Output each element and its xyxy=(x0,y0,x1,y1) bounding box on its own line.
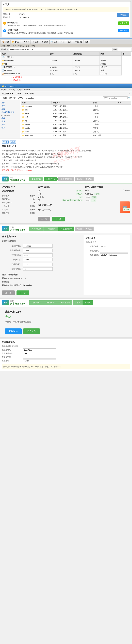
toolbar-new-folder-btn[interactable]: 新建文件夹 xyxy=(24,92,35,95)
find-button[interactable]: 🔍 查找 xyxy=(50,40,59,44)
step5-bar[interactable]: 5 完成 xyxy=(84,177,94,181)
rar-file-row[interactable]: 📄LICENSE 10.01 KB 3.72 KB 文件 xyxy=(1,69,131,72)
exp-menu-organize[interactable]: 组织(E) xyxy=(1,88,7,91)
explorer-file-row[interactable]: 📁 LKT 2018/10/19 星期... 文件夹 xyxy=(21,116,131,119)
rar-file-row[interactable]: 📁app 文件夹 xyxy=(1,62,131,66)
sidebar-desktop[interactable]: 桌面 xyxy=(1,101,19,104)
search-icon[interactable]: 🔍 xyxy=(128,97,130,99)
test-button[interactable]: ✔ 测试 xyxy=(22,40,31,44)
menu-file[interactable]: 文件 xyxy=(2,44,5,47)
col-size[interactable]: 大小 xyxy=(49,52,72,56)
explorer-file-row[interactable]: 📁 index.php 2018/10/19 星期... PHP 文件 1 ..… xyxy=(21,134,131,137)
toolbar-share-btn[interactable]: 共享 ▾ xyxy=(15,92,22,95)
db-prefix-input[interactable] xyxy=(23,267,53,271)
sidebar-recent[interactable]: 最近 xyxy=(1,107,19,110)
config-dbuser-input[interactable] xyxy=(23,352,56,355)
exp-col-size[interactable]: 大小 xyxy=(116,101,131,104)
menu-tools[interactable]: 工具 xyxy=(13,44,16,47)
db-pass-input[interactable] xyxy=(23,254,53,257)
s2-step1-bar[interactable]: 1 安装协议 xyxy=(29,226,44,231)
setup-button[interactable]: 立即配置 xyxy=(118,22,129,25)
prev-button-step1[interactable]: 上一步 xyxy=(38,217,50,222)
archive-path-input[interactable] xyxy=(9,48,113,51)
explorer-file-row[interactable]: 📁 mojavi 2018/10/19 星期... 文件夹 xyxy=(21,123,131,126)
exp-menu-view[interactable]: 查看(V) xyxy=(9,88,15,91)
toolbar-library-btn[interactable]: 包含到库中 ▾ xyxy=(1,92,14,95)
rar-file-row[interactable]: 📄..上级目录.. xyxy=(1,56,131,59)
comment-button[interactable]: 注释 xyxy=(84,40,90,44)
exp-menu-tools[interactable]: 工具(T) xyxy=(16,88,22,91)
explorer-file-row[interactable]: 📁 backups 2018/10/19 星期... 文件夹 xyxy=(21,104,131,108)
info-button[interactable]: 信息 xyxy=(66,40,73,44)
install-button[interactable]: 一键安装 xyxy=(118,29,129,32)
col-compressed[interactable]: 压缩后大小 xyxy=(72,52,100,56)
sc-step2[interactable]: 2 环境检测 xyxy=(43,300,57,305)
sc-step3[interactable]: 3 创建数据库 xyxy=(57,300,72,305)
rar-file-row[interactable]: 📜cron-seconds-pt.sh 1 KB 1 KB SH 文件 xyxy=(1,72,131,76)
s2-step3-bar[interactable]: 3 创建数据库 xyxy=(58,226,74,231)
menu-help[interactable]: 帮助 xyxy=(31,44,35,47)
explorer-file-row[interactable]: 📁 ueditor 2018/10/19 星期... 文件夹 xyxy=(21,126,131,130)
admin-email-input[interactable] xyxy=(100,254,128,257)
explorer-file-row[interactable]: 📁 upfile 2018/10/19 星期... 文件夹 xyxy=(21,130,131,134)
exp-col-name[interactable]: 名称 xyxy=(21,101,52,104)
breadcrumb-kaiyuanban[interactable]: kaiyuanban xyxy=(25,97,34,99)
add-button[interactable]: 📦 添加 xyxy=(1,40,10,44)
admin-pass-input[interactable] xyxy=(100,249,128,252)
view-button[interactable]: 👁 查看 xyxy=(31,40,40,44)
exp-col-date[interactable]: 修改日期 xyxy=(52,101,92,104)
s2-step4-bar[interactable]: 4 配置 xyxy=(75,226,84,231)
s2-step5-bar[interactable]: 5 完成 xyxy=(84,226,94,231)
col-name[interactable]: 名称 xyxy=(1,52,49,56)
toolbar-view-btn[interactable]: ≡ xyxy=(128,92,131,95)
admin-user-input[interactable] xyxy=(100,245,128,248)
db-name-input[interactable] xyxy=(23,258,53,262)
explorer-file-row[interactable]: 📁 install 2018/10/19 星期... 文件夹 xyxy=(21,112,131,116)
db-user-input[interactable] xyxy=(23,249,53,252)
sidebar-music[interactable]: 音乐 xyxy=(1,126,19,129)
breadcrumb-www[interactable]: WWW xyxy=(18,97,23,99)
wizard-button[interactable]: 向导 xyxy=(59,40,66,44)
prev-button-step2[interactable]: 上一步 xyxy=(2,290,15,295)
rar-file-row[interactable]: 📄README.md 4.84 KB 2.08 KB MD 文件 xyxy=(1,66,131,69)
rar-file-row[interactable]: 📁miniprogram 2.68 MB 1.84 MB 文件夹 xyxy=(1,59,131,62)
path-input[interactable] xyxy=(118,48,131,51)
next-button-step1[interactable]: 下一步 xyxy=(52,217,65,222)
step3-bar[interactable]: 3 创建数据库 xyxy=(58,177,74,181)
visit-site-button[interactable]: 访问网站 xyxy=(5,328,22,334)
sidebar-video[interactable]: 视频 xyxy=(1,117,19,120)
explorer-file-row[interactable]: 📁 log 2018/10/19 星期... 文件夹 xyxy=(21,119,131,123)
s2-step2-bar[interactable]: 2 环境检测 xyxy=(44,226,58,231)
sc-step5[interactable]: 5 完成 xyxy=(83,300,93,305)
step1-bar[interactable]: 1 安装协议 xyxy=(29,177,44,181)
sc-step1[interactable]: 1 安装协议 xyxy=(29,300,43,305)
col-type[interactable]: 类型 xyxy=(100,52,122,56)
virus-button[interactable]: 病毒扫描 xyxy=(73,40,83,44)
sidebar-recent-visited[interactable]: 最近访问的位置 xyxy=(1,110,19,114)
sc-step4[interactable]: 4 配置 xyxy=(73,300,83,305)
menu-command[interactable]: 命令 xyxy=(7,44,11,47)
step4-bar[interactable]: 4 配置 xyxy=(75,177,84,181)
extract-button[interactable]: 📂 解压到 xyxy=(10,40,22,44)
config-dbpass-input[interactable] xyxy=(23,356,56,359)
menu-favorites[interactable]: 收藏夹 xyxy=(18,44,24,47)
sidebar-images[interactable]: 图片 xyxy=(1,120,19,123)
next-button-step2[interactable]: 下一步 xyxy=(16,290,29,295)
download-button[interactable]: 下载安装 xyxy=(117,13,129,17)
step2-bar[interactable]: 2 环境检测 xyxy=(44,177,58,181)
config-dbname-input[interactable] xyxy=(23,359,56,362)
explorer-file-row[interactable]: 📁 data 2018/10/19 星期... 文件夹 xyxy=(21,108,131,112)
breadcrumb-drive[interactable]: 软件 (D:) xyxy=(9,97,16,99)
delete-button[interactable]: 🗑 删除 xyxy=(40,40,49,44)
db-host-input[interactable] xyxy=(23,244,53,248)
sidebar-download[interactable]: 下载 xyxy=(1,104,19,107)
config-dbhost-input[interactable] xyxy=(23,348,56,352)
exp-col-type[interactable]: 类型 xyxy=(92,101,116,104)
menu-options[interactable]: 选项 xyxy=(26,44,29,47)
explorer-search-input[interactable] xyxy=(103,96,128,100)
breadcrumb-computer[interactable]: 计算机 xyxy=(2,97,7,99)
admin-panel-button[interactable]: 进入后台 xyxy=(23,328,40,334)
db-port-input[interactable] xyxy=(23,263,53,266)
exp-menu-help[interactable]: 帮助(H) xyxy=(24,88,30,91)
sidebar-docs[interactable]: 文档 xyxy=(1,123,19,126)
